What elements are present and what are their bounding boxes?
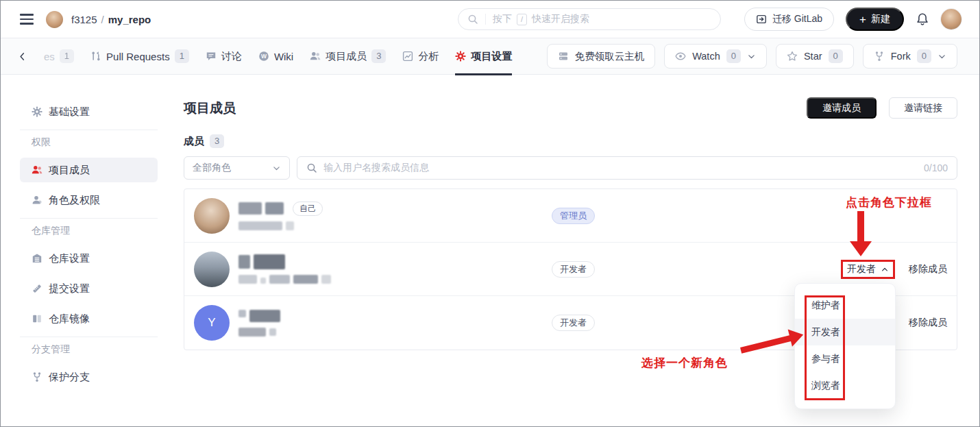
members-total-badge: 3 xyxy=(210,134,224,148)
member-username-line xyxy=(238,328,280,337)
search-divider xyxy=(485,14,486,25)
migrate-gitlab-button[interactable]: 迁移 GitLab xyxy=(744,8,834,31)
tab-project-settings[interactable]: 项目设置 xyxy=(455,38,512,75)
chevron-up-icon xyxy=(881,265,889,273)
breadcrumb-owner[interactable]: f3125 xyxy=(71,14,97,25)
member-name-line xyxy=(238,254,331,269)
ruler-icon xyxy=(32,283,42,294)
breadcrumb-repo[interactable]: my_repo xyxy=(108,14,151,25)
member-avatar[interactable] xyxy=(194,252,230,287)
member-name-line xyxy=(238,310,280,322)
svg-text:W: W xyxy=(261,53,267,60)
sidebar-divider xyxy=(20,218,158,219)
mirror-icon xyxy=(32,313,42,324)
role-option-developer[interactable]: 开发者 xyxy=(795,319,895,345)
annotation-click-role-dropdown: 点击角色下拉框 xyxy=(846,195,932,210)
sidebar-divider xyxy=(20,130,158,130)
sidebar-item-repo-settings[interactable]: 仓库设置 xyxy=(20,246,158,271)
tab-pull-requests[interactable]: Pull Requests 1 xyxy=(90,38,189,75)
chevron-left-icon[interactable] xyxy=(17,51,27,62)
member-identity xyxy=(194,252,552,287)
sidebar-section-branch-management: 分支管理 xyxy=(20,343,158,356)
annotation-choose-new-role: 选择一个新角色 xyxy=(641,355,728,371)
tab-discussion[interactable]: 讨论 xyxy=(206,38,242,75)
search-char-counter: 0/100 xyxy=(924,162,948,173)
invite-member-button[interactable]: 邀请成员 xyxy=(807,97,877,119)
sidebar-item-basic-settings[interactable]: 基础设置 xyxy=(20,99,158,124)
topbar: f3125 / my_repo 按下 / 快速开启搜索 迁移 GitLab + … xyxy=(1,1,979,38)
global-search-input[interactable]: 按下 / 快速开启搜索 xyxy=(458,8,721,30)
slash-keycap: / xyxy=(517,14,527,25)
filter-row: 全部角色 输入用户名搜索成员信息 0/100 xyxy=(184,156,957,180)
sidebar-item-repo-mirror[interactable]: 仓库镜像 xyxy=(20,306,158,331)
eye-icon xyxy=(675,51,686,62)
members-count-row: 成员 3 xyxy=(184,134,957,148)
repo-nav: es 1 Pull Requests 1 讨论 W Wiki 项目成员 3 分析 xyxy=(1,38,979,75)
repo-nav-actions: 免费领取云主机 Watch 0 Star 0 Fork 0 xyxy=(547,44,957,69)
watch-button[interactable]: Watch 0 xyxy=(664,44,767,69)
analytics-icon xyxy=(402,51,413,62)
breadcrumb: f3125 / my_repo xyxy=(71,14,151,25)
header-actions: 邀请成员 邀请链接 xyxy=(807,97,957,119)
chevron-down-icon xyxy=(938,52,946,61)
fork-button[interactable]: Fork 0 xyxy=(863,44,957,69)
sidebar-item-roles-permissions[interactable]: 角色及权限 xyxy=(20,188,158,212)
hamburger-icon[interactable] xyxy=(20,14,34,25)
members-count-badge: 3 xyxy=(371,49,386,63)
server-icon xyxy=(558,51,569,62)
issues-count-badge: 1 xyxy=(60,49,74,63)
role-dropdown-menu: 维护者 开发者 参与者 浏览者 xyxy=(794,283,896,409)
plus-icon: + xyxy=(859,14,866,25)
role-badge: 管理员 xyxy=(552,208,595,224)
sidebar-item-protected-branches[interactable]: 保护分支 xyxy=(20,365,158,389)
members-icon xyxy=(32,164,42,175)
member-identity: 自己 xyxy=(194,198,552,234)
main-header: 项目成员 邀请成员 邀请链接 xyxy=(184,97,957,119)
tab-members[interactable]: 项目成员 3 xyxy=(310,38,386,75)
remove-member-button[interactable]: 移除成员 xyxy=(909,263,947,276)
sidebar-section-repo-management: 仓库管理 xyxy=(20,225,158,237)
user-avatar[interactable] xyxy=(941,9,961,29)
search-icon xyxy=(306,162,317,173)
fork-icon xyxy=(874,51,885,62)
member-username-line xyxy=(238,275,331,284)
self-tag: 自己 xyxy=(293,202,323,216)
invite-link-button[interactable]: 邀请链接 xyxy=(889,97,957,119)
members-label: 成员 xyxy=(184,135,204,148)
search-placeholder: 按下 / 快速开启搜索 xyxy=(493,13,589,25)
sidebar-section-permissions: 权限 xyxy=(20,136,158,149)
topbar-actions: 迁移 GitLab + 新建 xyxy=(744,8,961,31)
member-search-input[interactable]: 输入用户名搜索成员信息 0/100 xyxy=(297,156,957,180)
gear-icon xyxy=(32,106,42,117)
fork-count-badge: 0 xyxy=(917,49,931,63)
member-avatar[interactable] xyxy=(194,198,230,234)
chevron-down-icon xyxy=(747,52,756,61)
tab-issues-clipped[interactable]: es 1 xyxy=(44,38,74,75)
watch-count-badge: 0 xyxy=(726,49,741,63)
remove-member-button[interactable]: 移除成员 xyxy=(909,317,947,329)
role-filter-select[interactable]: 全部角色 xyxy=(184,156,290,180)
role-badge: 开发者 xyxy=(552,261,595,278)
bell-icon[interactable] xyxy=(916,12,929,26)
role-select-dropdown[interactable]: 开发者 xyxy=(847,263,889,276)
export-icon xyxy=(756,14,767,25)
role-option-contributor[interactable]: 参与者 xyxy=(795,345,895,372)
member-avatar[interactable]: Y xyxy=(194,305,230,341)
tab-analytics[interactable]: 分析 xyxy=(402,38,439,75)
role-option-maintainer[interactable]: 维护者 xyxy=(795,292,895,319)
member-username-line xyxy=(238,221,323,230)
role-option-viewer[interactable]: 浏览者 xyxy=(795,372,895,399)
sidebar-item-commit-settings[interactable]: 提交设置 xyxy=(20,276,158,301)
sidebar-divider xyxy=(20,337,158,337)
pull-request-icon xyxy=(90,51,101,62)
sidebar-item-project-members[interactable]: 项目成员 xyxy=(20,158,158,182)
star-button[interactable]: Star 0 xyxy=(776,44,854,69)
member-name-line: 自己 xyxy=(238,202,323,216)
free-cloud-host-button[interactable]: 免费领取云主机 xyxy=(547,44,656,69)
branch-icon xyxy=(32,371,42,382)
tab-wiki[interactable]: W Wiki xyxy=(258,38,293,75)
new-button[interactable]: + 新建 xyxy=(846,8,904,31)
repo-owner-avatar[interactable] xyxy=(46,11,63,28)
member-identity: Y xyxy=(194,305,552,341)
warehouse-icon xyxy=(32,253,42,264)
